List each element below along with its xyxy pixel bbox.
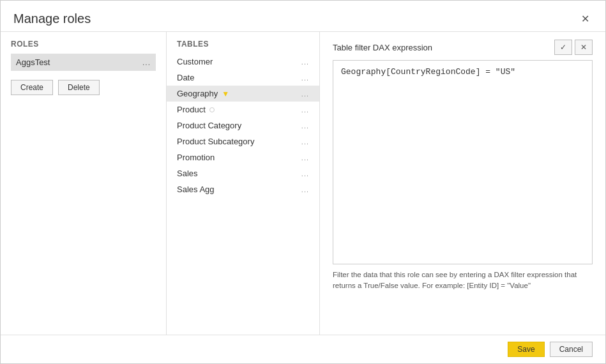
table-item-menu-dots[interactable]: ... (301, 170, 309, 178)
table-item-menu-dots[interactable]: ... (301, 138, 309, 146)
role-item[interactable]: AggsTest ... (11, 54, 156, 71)
table-item-name: Customer (177, 57, 213, 66)
dax-panel: Table filter DAX expression ✓ ✕ Filter t… (320, 32, 605, 335)
filter-dot (209, 107, 215, 112)
table-item-name: Promotion (177, 153, 215, 162)
table-item-left: Product (177, 105, 301, 114)
footer-cancel-button[interactable]: Cancel (550, 342, 593, 357)
table-item-left: Customer (177, 57, 301, 66)
table-item-menu-dots[interactable]: ... (301, 74, 309, 82)
dialog-footer: Save Cancel (1, 335, 605, 363)
dax-action-buttons: ✓ ✕ (554, 40, 593, 55)
table-item-name: Product (177, 105, 206, 114)
table-item[interactable]: Date ... (167, 70, 319, 86)
table-item-name: Geography (177, 89, 218, 98)
table-item[interactable]: Sales ... (167, 165, 319, 181)
table-item-left: Sales (177, 169, 301, 178)
save-button[interactable]: Save (508, 342, 544, 357)
table-item[interactable]: Product ... (167, 102, 319, 118)
table-item-left: Promotion (177, 153, 301, 162)
table-item-left: Date (177, 73, 301, 82)
table-item-name: Date (177, 73, 194, 82)
table-item-menu-dots[interactable]: ... (301, 154, 309, 162)
table-item-menu-dots[interactable]: ... (301, 58, 309, 66)
table-item-menu-dots[interactable]: ... (301, 186, 309, 193)
dax-header: Table filter DAX expression ✓ ✕ (333, 40, 593, 55)
role-item-label: AggsTest (16, 57, 50, 67)
close-button[interactable]: ✕ (577, 11, 593, 26)
dax-confirm-button[interactable]: ✓ (554, 40, 572, 55)
delete-button[interactable]: Delete (58, 80, 100, 95)
dax-hint-text: Filter the data that this role can see b… (333, 269, 593, 292)
roles-heading: Roles (11, 40, 156, 49)
create-button[interactable]: Create (11, 80, 53, 95)
table-item-menu-dots[interactable]: ... (301, 106, 309, 114)
manage-roles-dialog: Manage roles ✕ Roles AggsTest ... Create… (0, 0, 606, 364)
table-item[interactable]: Product Subcategory ... (167, 133, 319, 149)
table-item-left: Geography ▼ (177, 89, 301, 98)
table-item[interactable]: Customer ... (167, 54, 319, 70)
table-item[interactable]: Sales Agg ... (167, 181, 319, 197)
tables-panel: Tables Customer ... Date ... Geography ▼… (167, 32, 320, 335)
table-item-name: Product Category (177, 121, 241, 130)
table-item-left: Sales Agg (177, 185, 301, 194)
dax-expression-editor[interactable] (333, 60, 593, 264)
roles-actions: Create Delete (11, 80, 156, 95)
roles-panel: Roles AggsTest ... Create Delete (1, 32, 167, 335)
tables-list: Customer ... Date ... Geography ▼ ... Pr… (167, 54, 319, 197)
dialog-body: Roles AggsTest ... Create Delete Tables … (1, 31, 605, 335)
table-item-left: Product Subcategory (177, 137, 301, 146)
dax-panel-title: Table filter DAX expression (333, 43, 432, 52)
filter-active-icon: ▼ (222, 89, 229, 98)
title-bar: Manage roles ✕ (1, 1, 605, 31)
table-item-name: Sales Agg (177, 185, 215, 194)
tables-heading: Tables (167, 40, 319, 49)
dialog-title: Manage roles (13, 11, 91, 26)
table-item[interactable]: Geography ▼ ... (167, 86, 319, 102)
table-item-menu-dots[interactable]: ... (301, 122, 309, 130)
roles-list: AggsTest ... (11, 54, 156, 73)
table-item-name: Product Subcategory (177, 137, 254, 146)
table-item-menu-dots[interactable]: ... (301, 90, 309, 98)
table-item-left: Product Category (177, 121, 301, 130)
table-item[interactable]: Product Category ... (167, 118, 319, 133)
table-item[interactable]: Promotion ... (167, 149, 319, 165)
table-item-name: Sales (177, 169, 198, 178)
dax-cancel-button[interactable]: ✕ (575, 40, 593, 55)
role-item-menu-dots[interactable]: ... (142, 58, 151, 67)
